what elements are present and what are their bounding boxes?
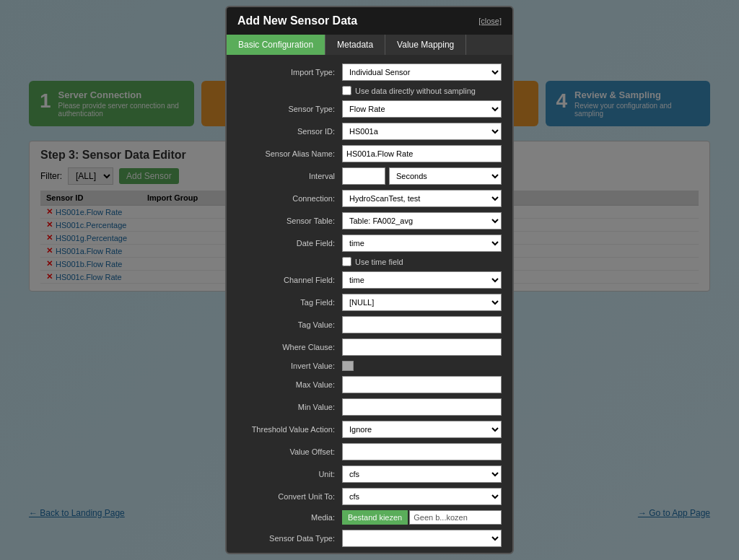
modal-body: Import Type: Individual Sensor Use data … [227, 55, 512, 554]
sensor-alias-row: Sensor Alias Name: [237, 145, 502, 162]
interval-unit-select[interactable]: Seconds [389, 167, 502, 185]
use-data-directly-row: Use data directly without sampling [237, 86, 502, 95]
min-value-row: Min Value: [237, 398, 502, 416]
background-page: Configuration 1 Server Connection Please… [0, 0, 739, 560]
date-field-select[interactable]: time [342, 235, 502, 252]
use-time-field-row: Use time field [237, 257, 502, 266]
file-name-display: Geen b...kozen [409, 510, 502, 525]
convert-unit-select[interactable]: cfs [342, 488, 502, 505]
tag-value-row: Tag Value: [237, 316, 502, 333]
use-time-field-checkbox[interactable] [342, 257, 351, 266]
threshold-select[interactable]: Ignore [342, 421, 502, 438]
unit-row: Unit: cfs [237, 465, 502, 483]
sensor-data-type-select[interactable] [342, 530, 502, 547]
modal-close-button[interactable]: [close] [478, 17, 502, 25]
max-value-input[interactable] [342, 376, 502, 393]
value-offset-input[interactable] [342, 443, 502, 460]
tag-field-row: Tag Field: [NULL] [237, 294, 502, 311]
sensor-type-select[interactable]: Flow Rate [342, 100, 502, 118]
channel-field-row: Channel Field: time [237, 271, 502, 289]
tab-value-mapping[interactable]: Value Mapping [385, 35, 466, 55]
modal-header: Add New Sensor Data [close] [227, 7, 512, 35]
import-type-row: Import Type: Individual Sensor [237, 64, 502, 81]
modal-dialog: Add New Sensor Data [close] Basic Config… [225, 6, 514, 554]
sensor-data-type-row: Sensor Data Type: [237, 530, 502, 547]
sensor-type-row: Sensor Type: Flow Rate [237, 100, 502, 118]
unit-select[interactable]: cfs [342, 465, 502, 483]
interval-row: Interval Seconds [237, 167, 502, 185]
sensor-id-row: Sensor ID: HS001a [237, 123, 502, 140]
modal-overlay: Add New Sensor Data [close] Basic Config… [0, 0, 739, 560]
interval-value-input[interactable] [342, 167, 385, 185]
value-offset-row: Value Offset: [237, 443, 502, 460]
use-data-directly-checkbox[interactable] [342, 86, 351, 95]
threshold-row: Threshold Value Action: Ignore [237, 421, 502, 438]
sensor-table-row: Sensor Table: Table: FA002_avg [237, 212, 502, 229]
sensor-alias-input[interactable] [342, 145, 502, 162]
modal-tabs: Basic Configuration Metadata Value Mappi… [227, 35, 512, 55]
tag-field-select[interactable]: [NULL] [342, 294, 502, 311]
sensor-id-select[interactable]: HS001a [342, 123, 502, 140]
channel-field-select[interactable]: time [342, 271, 502, 289]
media-row: Media: Bestand kiezen Geen b...kozen [237, 510, 502, 525]
sensor-table-select[interactable]: Table: FA002_avg [342, 212, 502, 229]
invert-value-checkbox[interactable] [342, 361, 354, 371]
date-field-row: Date Field: time [237, 235, 502, 252]
tab-basic-configuration[interactable]: Basic Configuration [227, 35, 325, 55]
import-type-select[interactable]: Individual Sensor [342, 64, 502, 81]
choose-file-button[interactable]: Bestand kiezen [342, 510, 408, 525]
modal-title: Add New Sensor Data [237, 14, 357, 27]
tab-metadata[interactable]: Metadata [325, 35, 385, 55]
tag-value-input[interactable] [342, 316, 502, 333]
max-value-row: Max Value: [237, 376, 502, 393]
connection-row: Connection: HydroScanTest, test [237, 190, 502, 207]
invert-value-row: Invert Value: [237, 361, 502, 371]
min-value-input[interactable] [342, 398, 502, 416]
connection-select[interactable]: HydroScanTest, test [342, 190, 502, 207]
where-clause-row: Where Clause: [237, 338, 502, 356]
where-clause-input[interactable] [342, 338, 502, 356]
convert-unit-row: Convert Unit To: cfs [237, 488, 502, 505]
